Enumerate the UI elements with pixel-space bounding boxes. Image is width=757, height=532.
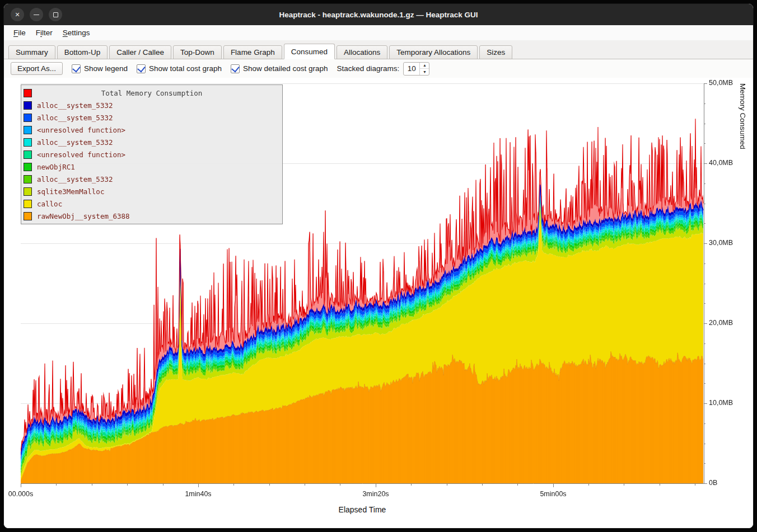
stacked-diagrams-label: Stacked diagrams:	[337, 64, 400, 73]
tab-flame-graph[interactable]: Flame Graph	[223, 45, 282, 59]
y-axis-tick-label: 40,0MB	[709, 159, 733, 167]
legend-item: alloc__system_5332	[24, 136, 280, 148]
show-detailed-cost-label: Show detailed cost graph	[243, 64, 328, 73]
close-button[interactable]: ✕	[11, 8, 24, 21]
menu-filter-label: Filter	[36, 29, 53, 37]
legend-swatch	[24, 212, 32, 220]
show-total-cost-label: Show total cost graph	[149, 64, 222, 73]
menu-settings-label: Settings	[63, 29, 90, 37]
legend-item: alloc__system_5332	[24, 173, 280, 185]
y-axis-title: Memory Consumed	[739, 83, 747, 483]
spinner-down-button[interactable]: ▼	[420, 69, 429, 75]
x-axis-tick-label: 00.000s	[8, 490, 33, 498]
legend-swatch	[24, 150, 32, 159]
legend-swatch	[24, 175, 32, 183]
legend-item-label: alloc__system_5332	[37, 114, 113, 122]
x-axis-title: Elapsed Time	[339, 505, 386, 514]
show-legend-label: Show legend	[84, 64, 128, 73]
titlebar[interactable]: ✕ Heaptrack - heaptrack.wakunode.1.gz — …	[4, 4, 753, 25]
window-title: Heaptrack - heaptrack.wakunode.1.gz — He…	[279, 11, 478, 19]
legend-item-label: alloc__system_5332	[37, 175, 113, 183]
y-axis-tick-label: 0B	[709, 479, 717, 487]
tab-summary[interactable]: Summary	[8, 45, 55, 59]
legend-swatch	[24, 187, 32, 196]
legend-item: rawNewObj__system_6388	[24, 210, 280, 222]
y-axis-tick-label: 20,0MB	[709, 319, 733, 327]
legend-swatch	[24, 138, 32, 147]
legend-item: <unresolved function>	[24, 148, 280, 161]
legend-item-label: <unresolved function>	[37, 150, 125, 159]
legend-item-label: newObjRC1	[37, 163, 75, 171]
menu-file-label: File	[13, 29, 26, 37]
consumed-chart-panel: Total Memory Consumption alloc__system_5…	[4, 78, 753, 528]
legend-item-label: calloc	[37, 200, 62, 208]
legend-swatch	[24, 163, 32, 171]
legend-item-label: alloc__system_5332	[37, 101, 113, 110]
tab-consumed[interactable]: Consumed	[284, 44, 335, 59]
show-legend-option[interactable]: Show legend	[72, 64, 128, 73]
chevron-down-icon: ▼	[423, 70, 427, 74]
tab-bottom-up[interactable]: Bottom-Up	[57, 45, 108, 59]
legend-swatch	[24, 114, 32, 122]
stacked-diagrams-spinner[interactable]: 10 ▲ ▼	[403, 62, 429, 76]
minimize-icon	[34, 15, 39, 15]
maximize-button[interactable]	[49, 8, 62, 21]
chart-legend: Total Memory Consumption alloc__system_5…	[21, 84, 283, 224]
y-axis-tick-label: 10,0MB	[709, 399, 733, 407]
show-legend-checkbox[interactable]	[72, 64, 81, 73]
show-total-cost-checkbox[interactable]	[137, 64, 146, 73]
tab-top-down[interactable]: Top-Down	[173, 45, 222, 59]
y-axis-tick-label: 30,0MB	[709, 239, 733, 247]
show-detailed-cost-option[interactable]: Show detailed cost graph	[231, 64, 328, 73]
legend-item: calloc	[24, 197, 280, 210]
menu-file[interactable]: File	[8, 25, 31, 40]
legend-item: newObjRC1	[24, 161, 280, 173]
legend-title: Total Memory Consumption	[24, 89, 280, 97]
tab-caller-callee[interactable]: Caller / Callee	[109, 45, 171, 59]
x-axis-tick-label: 1min40s	[185, 490, 211, 498]
export-as-button[interactable]: Export As...	[11, 62, 63, 75]
legend-swatch	[24, 101, 32, 110]
app-window: ✕ Heaptrack - heaptrack.wakunode.1.gz — …	[3, 3, 754, 529]
window-controls: ✕	[11, 8, 62, 21]
legend-item: alloc__system_5332	[24, 111, 280, 124]
x-axis-tick-label: 5min00s	[540, 490, 566, 498]
legend-item-label: <unresolved function>	[37, 126, 125, 134]
legend-swatch	[24, 126, 32, 134]
tab-temporary-allocations[interactable]: Temporary Allocations	[389, 45, 478, 59]
legend-item-label: alloc__system_5332	[37, 138, 113, 147]
menubar: File Filter Settings	[4, 25, 753, 40]
legend-item-label: rawNewObj__system_6388	[37, 212, 130, 220]
menu-settings[interactable]: Settings	[58, 25, 95, 40]
menu-filter[interactable]: Filter	[31, 25, 58, 40]
show-total-cost-option[interactable]: Show total cost graph	[137, 64, 222, 73]
legend-item: alloc__system_5332	[24, 99, 280, 111]
legend-item: <unresolved function>	[24, 124, 280, 136]
tabbar: Summary Bottom-Up Caller / Callee Top-Do…	[4, 40, 753, 59]
show-detailed-cost-checkbox[interactable]	[231, 64, 240, 73]
toolbar: Export As... Show legend Show total cost…	[4, 59, 753, 78]
stacked-diagrams-group: Stacked diagrams: 10 ▲ ▼	[337, 62, 430, 76]
tab-allocations[interactable]: Allocations	[337, 45, 387, 59]
legend-item-total: Total Memory Consumption	[24, 87, 280, 99]
legend-item: sqlite3MemMalloc	[24, 185, 280, 197]
x-axis-tick-label: 3min20s	[362, 490, 389, 498]
legend-item-label: sqlite3MemMalloc	[37, 187, 104, 196]
spinner-arrows: ▲ ▼	[419, 63, 429, 75]
chevron-up-icon: ▲	[423, 63, 427, 67]
minimize-button[interactable]	[30, 8, 43, 21]
maximize-icon	[53, 12, 58, 17]
tab-sizes[interactable]: Sizes	[479, 45, 512, 59]
y-axis-tick-label: 50,0MB	[709, 79, 733, 87]
close-icon: ✕	[15, 12, 20, 18]
legend-swatch	[24, 200, 32, 208]
stacked-diagrams-value[interactable]: 10	[404, 63, 419, 75]
spinner-up-button[interactable]: ▲	[420, 63, 429, 69]
